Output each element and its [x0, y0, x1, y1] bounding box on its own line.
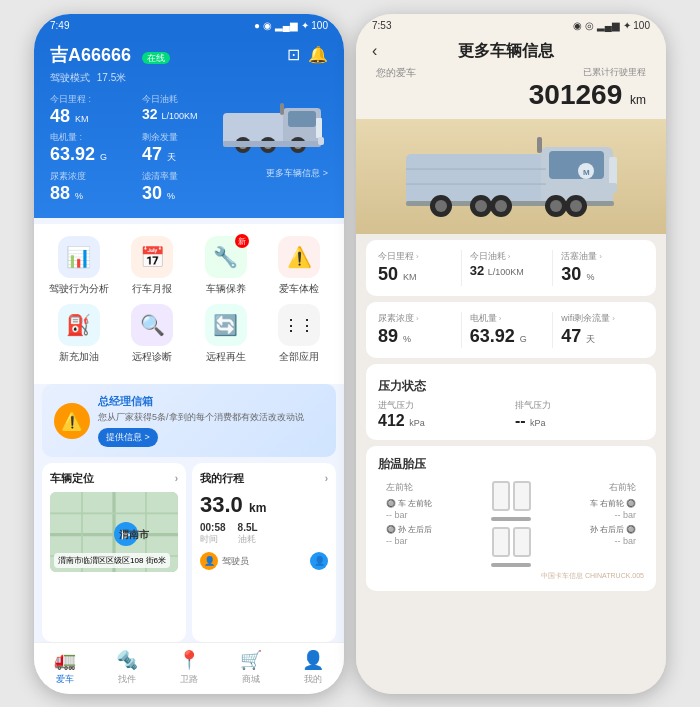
- svg-rect-26: [607, 183, 617, 193]
- tire-title: 胎温胎压: [378, 456, 426, 473]
- nav-shop[interactable]: 🛒 商城: [220, 649, 282, 686]
- trip-arrow-icon[interactable]: ›: [325, 473, 328, 484]
- right-status-icons: ◉ ◎ ▂▄▆ ✦ 100: [573, 20, 650, 31]
- parts-nav-icon: 🔩: [116, 649, 138, 671]
- stat-oil: 电机量 : 63.92 G: [50, 131, 126, 166]
- trip-panel: 我的行程 › 33.0 km 00:58 时间 8.5L 油耗 👤 驾驶员: [192, 463, 336, 641]
- menu-row-2: ⛽ 新充加油 🔍 远程诊断 🔄 远程再生 ⋮⋮ 全部应用: [42, 304, 336, 364]
- bell-icon[interactable]: 🔔: [308, 45, 328, 64]
- truck-image-right: M: [401, 129, 621, 224]
- plate-number: 吉A66666: [50, 45, 131, 65]
- menu-checkup[interactable]: ⚠️ 爱车体检: [263, 236, 337, 296]
- map-area: ▶ 渭南市 渭南市临渭区区级区108 街6米: [50, 492, 178, 572]
- pressure-title: 压力状态: [378, 378, 644, 395]
- alert-box: ⚠️ 总经理信箱 您从厂家获得5条/拿到的每个消费都有效活改改动说 提供信息 >: [42, 384, 336, 457]
- alert-warning-icon: ⚠️: [54, 403, 90, 439]
- nav-parts[interactable]: 🔩 找件: [96, 649, 158, 686]
- profile-nav-icon: 👤: [302, 649, 324, 671]
- left-phone: 7:49 ● ◉ ▂▄▆ ✦ 100 吉A66666 在线 ⊡ 🔔 驾驶模式 1…: [34, 14, 344, 694]
- menu-remote-regen[interactable]: 🔄 远程再生: [189, 304, 263, 364]
- user-avatar2: 👤: [310, 552, 328, 570]
- back-button[interactable]: ‹: [372, 42, 377, 60]
- plate-badge: 在线: [142, 52, 170, 64]
- menu-section: 📊 驾驶行为分析 📅 行车月报 🔧 新 车辆保养 ⚠️ 爱车体检 ⛽: [34, 224, 344, 384]
- refuel-icon: ⛽: [58, 304, 100, 346]
- stat-days: 剩余发量 47 天: [142, 131, 218, 166]
- mileage-label: 已累计行驶里程: [529, 66, 646, 79]
- left-status-icons: ● ◉ ▂▄▆ ✦ 100: [254, 20, 328, 31]
- stat-urea: 尿素浓度 88 %: [50, 170, 126, 205]
- tire-rear-left: [492, 527, 510, 557]
- alert-btn[interactable]: 提供信息 >: [98, 428, 158, 447]
- tire-diagram-center: [491, 481, 531, 567]
- menu-row-1: 📊 驾驶行为分析 📅 行车月报 🔧 新 车辆保养 ⚠️ 爱车体检: [42, 236, 336, 296]
- svg-rect-0: [223, 113, 293, 145]
- right-stat-oil-level: 活塞油量 › 30 %: [561, 250, 644, 286]
- trip-distance: 33.0 km: [200, 492, 328, 518]
- stats-card-1: 今日里程 › 50 KM 今日油耗 › 32 L/100KM 活塞油量 › 30…: [366, 240, 656, 296]
- driving-analysis-icon: 📊: [58, 236, 100, 278]
- menu-maintenance[interactable]: 🔧 新 车辆保养: [189, 236, 263, 296]
- subtitle-left: 您的爱车: [376, 66, 416, 111]
- trip-panel-title: 我的行程: [200, 471, 244, 486]
- svg-point-32: [475, 200, 487, 212]
- nav-road[interactable]: 📍 卫路: [158, 649, 220, 686]
- truck-nav-icon: 🚛: [54, 649, 76, 671]
- tire-rear-right: [513, 527, 531, 557]
- svg-rect-27: [537, 137, 542, 153]
- menu-driving-analysis[interactable]: 📊 驾驶行为分析: [42, 236, 116, 296]
- nav-my-truck[interactable]: 🚛 爱车: [34, 649, 96, 686]
- shop-nav-icon: 🛒: [240, 649, 262, 671]
- right-stat-oil2: 电机量 › 63.92 G: [470, 312, 554, 348]
- svg-rect-11: [223, 141, 321, 147]
- svg-rect-22: [549, 151, 604, 179]
- stat-mileage: 今日里程 : 48 KM: [50, 93, 126, 128]
- intake-pressure: 进气压力 412 kPa: [378, 399, 507, 430]
- more-info-link[interactable]: 更多车辆信息 >: [266, 167, 328, 180]
- axle-rear: [491, 563, 531, 567]
- truck-image-left: [218, 93, 328, 163]
- monthly-report-icon: 📅: [131, 236, 173, 278]
- alert-desc: 您从厂家获得5条/拿到的每个消费都有效活改改动说: [98, 411, 324, 424]
- right-phone: 7:53 ◉ ◎ ▂▄▆ ✦ 100 ‹ 更多车辆信息 您的爱车 已累计行驶里程…: [356, 14, 666, 694]
- left-status-bar: 7:49 ● ◉ ▂▄▆ ✦ 100: [34, 14, 344, 35]
- right-page-title: 更多车辆信息: [385, 41, 626, 62]
- axle-front: [491, 517, 531, 521]
- svg-rect-2: [288, 111, 316, 127]
- bottom-nav: 🚛 爱车 🔩 找件 📍 卫路 🛒 商城 👤 我的: [34, 642, 344, 694]
- menu-monthly-report[interactable]: 📅 行车月报: [116, 236, 190, 296]
- bottom-panels: 车辆定位 › ▶ 渭南市 渭南市临渭区区级区108 街6米: [34, 463, 344, 641]
- right-stat-mileage: 今日里程 › 50 KM: [378, 250, 462, 286]
- pressure-card: 压力状态 进气压力 412 kPa 排气压力 -- kPa: [366, 364, 656, 440]
- right-time: 7:53: [372, 20, 391, 31]
- trip-details: 00:58 时间 8.5L 油耗: [200, 522, 328, 546]
- left-header: 吉A66666 在线 ⊡ 🔔 驾驶模式 17.5米 今日里程 : 48 KM 今…: [34, 35, 344, 219]
- maintenance-badge: 新: [235, 234, 249, 248]
- svg-rect-25: [609, 157, 617, 187]
- svg-text:M: M: [583, 168, 590, 177]
- trip-user: 👤 驾驶员 👤: [200, 552, 328, 570]
- truck-area-right: M: [356, 119, 666, 234]
- remote-diag-icon: 🔍: [131, 304, 173, 346]
- checkup-icon: ⚠️: [278, 236, 320, 278]
- menu-all-apps[interactable]: ⋮⋮ 全部应用: [263, 304, 337, 364]
- stat-fuel: 今日油耗 32 L/100KM: [142, 93, 218, 128]
- all-apps-icon: ⋮⋮: [278, 304, 320, 346]
- watermark: 中国卡车信息 CHINATRUCK.005: [378, 571, 644, 581]
- svg-point-34: [495, 200, 507, 212]
- menu-refuel[interactable]: ⛽ 新充加油: [42, 304, 116, 364]
- menu-remote-diag[interactable]: 🔍 远程诊断: [116, 304, 190, 364]
- tire-card: 胎温胎压 左前轮 🔘 车 左前轮 -- bar 🔘 孙 左后后 -- bar: [366, 446, 656, 591]
- stat-filter: 滤清率量 30 %: [142, 170, 218, 205]
- svg-point-36: [550, 200, 562, 212]
- tire-front-right: [513, 481, 531, 511]
- svg-rect-3: [316, 118, 322, 138]
- alert-title: 总经理信箱: [98, 394, 324, 409]
- maintenance-icon: 🔧 新: [205, 236, 247, 278]
- left-time: 7:49: [50, 20, 69, 31]
- location-arrow-icon[interactable]: ›: [175, 473, 178, 484]
- nav-profile[interactable]: 👤 我的: [282, 649, 344, 686]
- map-address: 渭南市临渭区区级区108 街6米: [54, 553, 170, 568]
- svg-point-38: [570, 200, 582, 212]
- scan-icon[interactable]: ⊡: [287, 45, 300, 64]
